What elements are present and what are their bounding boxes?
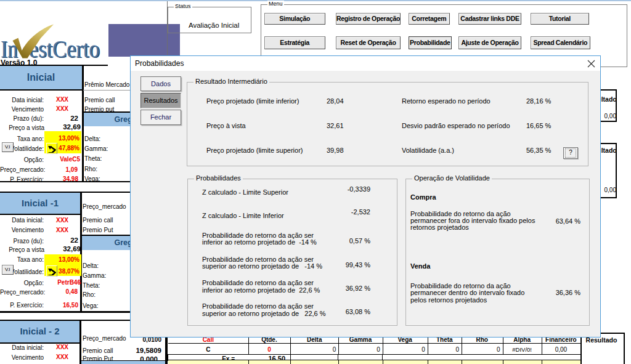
svg-text:In: In — [1, 35, 18, 61]
